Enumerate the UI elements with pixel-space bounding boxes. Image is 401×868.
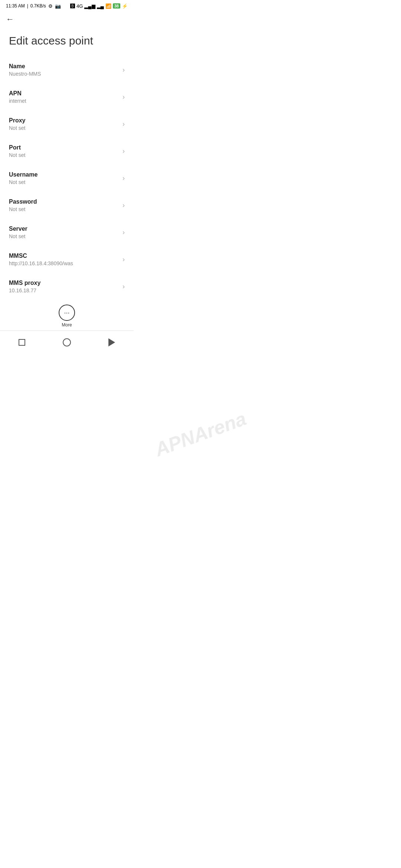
signal-bars-icon: ▂▄▆ [84,3,95,9]
chevron-right-icon: › [123,201,125,209]
settings-icon: ⚙ [48,3,53,9]
settings-item-content: Username Not set [9,171,118,185]
status-left: 11:35 AM | 0.7KB/s ⚙ 📷 [6,3,61,9]
settings-item-label-4: Username [9,171,118,178]
network-speed: 0.7KB/s [30,3,46,9]
charging-icon: ⚡ [122,3,128,9]
back-arrow-icon: ← [6,14,14,24]
settings-item-content: APN internet [9,90,118,104]
settings-item[interactable]: Username Not set › [0,165,134,192]
camera-icon: 📷 [55,3,61,9]
settings-item[interactable]: Proxy Not set › [0,111,134,138]
settings-item[interactable]: Server Not set › [0,219,134,246]
status-right: 🅱 4G ▂▄▆ ▂▄ 📶 38 ⚡ [70,3,128,9]
settings-item-value-6: Not set [9,233,118,239]
toolbar: ← [0,10,134,28]
settings-item-value-5: Not set [9,206,118,212]
recent-apps-icon [19,339,25,346]
settings-item-label-2: Proxy [9,117,118,124]
nav-bar [0,331,134,354]
battery-icon: 38 [113,3,120,9]
back-nav-icon [108,338,115,346]
settings-item-content: Proxy Not set [9,117,118,131]
chevron-right-icon: › [123,174,125,182]
more-label: More [62,322,72,328]
recent-apps-button[interactable] [10,336,34,349]
chevron-right-icon: › [123,147,125,155]
more-button[interactable]: ··· [59,305,75,321]
chevron-right-icon: › [123,120,125,128]
settings-item-value-1: internet [9,98,118,104]
settings-item[interactable]: APN internet › [0,83,134,111]
settings-item[interactable]: Port Not set › [0,138,134,165]
back-nav-button[interactable] [100,335,124,349]
settings-item-content: Password Not set [9,198,118,212]
settings-item-label-0: Name [9,63,118,70]
home-button[interactable] [54,335,80,349]
network-speed-text: | [27,3,28,9]
bluetooth-icon: 🅱 [70,3,75,9]
settings-item-content: MMSC http://10.16.18.4:38090/was [9,253,118,266]
settings-item-content: MMS proxy 10.16.18.77 [9,280,118,293]
chevron-right-icon: › [123,228,125,236]
settings-item-label-6: Server [9,226,118,232]
settings-item-label-1: APN [9,90,118,97]
bottom-bar: ··· More [0,300,134,331]
settings-item-content: Name Nuestro-MMS [9,63,118,77]
back-button[interactable]: ← [3,11,17,27]
page-title: Edit access point [0,28,134,56]
wifi-icon: 📶 [105,3,111,9]
settings-item-value-4: Not set [9,179,118,185]
settings-item-label-3: Port [9,144,118,151]
settings-item-value-3: Not set [9,152,118,158]
settings-item[interactable]: Password Not set › [0,192,134,219]
more-dots-icon: ··· [64,309,69,317]
settings-item[interactable]: Name Nuestro-MMS › [0,56,134,83]
chevron-right-icon: › [123,66,125,74]
settings-item[interactable]: MMS proxy 10.16.18.77 › [0,273,134,300]
status-bar: 11:35 AM | 0.7KB/s ⚙ 📷 🅱 4G ▂▄▆ ▂▄ 📶 38 … [0,0,134,10]
settings-list: Name Nuestro-MMS › APN internet › Proxy … [0,56,134,300]
settings-item-value-7: http://10.16.18.4:38090/was [9,260,118,266]
settings-item-label-7: MMSC [9,253,118,259]
settings-item[interactable]: MMSC http://10.16.18.4:38090/was › [0,246,134,273]
chevron-right-icon: › [123,256,125,263]
settings-item-value-0: Nuestro-MMS [9,71,118,77]
chevron-right-icon: › [123,283,125,290]
settings-item-label-5: Password [9,198,118,205]
settings-item-content: Port Not set [9,144,118,158]
settings-item-value-8: 10.16.18.77 [9,287,118,293]
chevron-right-icon: › [123,93,125,101]
home-icon [63,338,71,346]
time-text: 11:35 AM [6,3,25,9]
signal-bars-2-icon: ▂▄ [97,3,104,9]
settings-item-value-2: Not set [9,125,118,131]
settings-item-content: Server Not set [9,226,118,239]
settings-item-label-8: MMS proxy [9,280,118,286]
network-4g-icon: 4G [76,3,83,9]
